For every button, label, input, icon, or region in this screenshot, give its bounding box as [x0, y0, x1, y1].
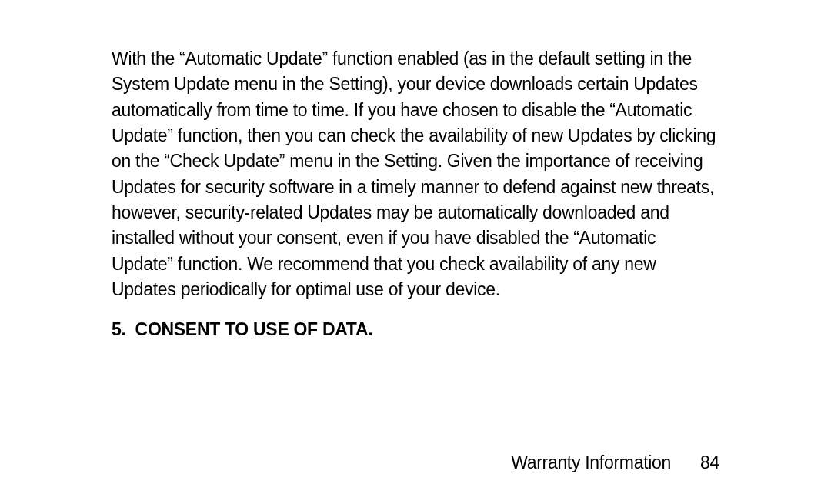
- section-title: CONSENT TO USE OF DATA: [135, 319, 369, 340]
- page-content: With the “Automatic Update” function ena…: [0, 0, 831, 340]
- page-footer: Warranty Information 84: [511, 452, 719, 473]
- footer-label: Warranty Information: [511, 452, 671, 473]
- footer-page-number: 84: [700, 452, 719, 473]
- body-paragraph: With the “Automatic Update” function ena…: [112, 46, 719, 302]
- section-number: 5.: [112, 319, 126, 340]
- section-heading: 5. CONSENT TO USE OF DATA.: [112, 319, 719, 340]
- section-title-suffix: .: [368, 319, 372, 340]
